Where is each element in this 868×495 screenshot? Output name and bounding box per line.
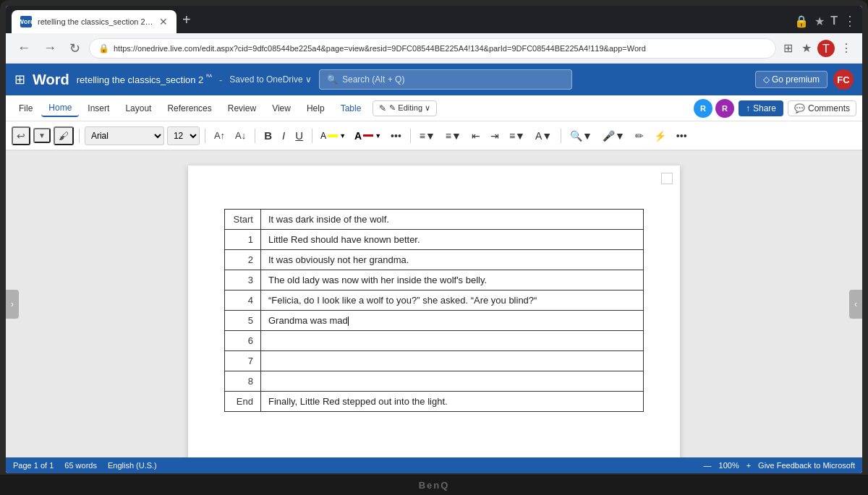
doc-title: retelling the classics_section 2 ᴿᴬ [77,73,212,85]
extensions-button[interactable]: ⊞ [780,38,796,58]
tab-favicon: Word [20,16,32,27]
selection-handle [661,173,673,184]
pencil-icon: ✎ [379,103,386,113]
share-icon: ↑ [746,103,750,113]
increase-font-button[interactable]: A↑ [210,128,229,143]
dictation-button[interactable]: ⚡ [650,128,670,144]
tab-references[interactable]: References [160,100,218,116]
comments-icon: 💬 [794,103,805,113]
decrease-font-button[interactable]: A↓ [231,128,250,143]
row-content[interactable]: “Felicia, do I look like a wolf to you?”… [261,290,644,311]
go-premium-button[interactable]: ◇ Go premium [755,71,827,88]
tab-close-button[interactable]: ✕ [159,16,168,27]
highlight-button[interactable]: A ▼ [318,129,349,142]
font-color-button[interactable]: A ▼ [352,129,384,143]
address-bar[interactable]: 🔒 https://onedrive.live.com/edit.aspx?ci… [89,38,776,59]
browser-tab[interactable]: Word retelling the classics_section 2.d.… [12,10,176,33]
search-icon: 🔍 [327,74,338,85]
new-tab-button[interactable]: + [176,12,197,28]
row-label: 2 [225,250,261,270]
table-row: 3The old lady was now with her inside th… [225,270,644,290]
list-style-button[interactable]: ≡▼ [416,128,439,144]
zoom-decrease-button[interactable]: — [704,461,712,470]
doc-separator: - [219,74,222,85]
more-tools-button[interactable]: ••• [673,128,691,144]
collapse-left-button[interactable]: › [6,290,19,319]
table-row: 6 [225,331,644,351]
tab-help[interactable]: Help [299,100,332,116]
highlight-dropdown[interactable]: ▼ [339,132,346,139]
row-content[interactable]: Grandma was mad [261,311,644,331]
tab-review[interactable]: Review [221,100,263,116]
table-row: StartIt was dark inside of the wolf. [225,210,644,230]
search-placeholder: Search (Alt + Q) [342,74,404,85]
font-color-dropdown[interactable]: ▼ [375,132,381,139]
collapse-right-button[interactable]: ‹ [849,290,862,319]
indent-right-button[interactable]: ⇥ [487,128,503,144]
row-content[interactable] [261,351,644,371]
table-row: EndFinally, Little Red stepped out into … [225,392,644,412]
tab-view[interactable]: View [265,100,298,116]
styles-button[interactable]: A▼ [532,128,556,144]
italic-button[interactable]: I [278,127,289,144]
formatting-toolbar: ↩ ▼ 🖌 Arial 12 A↑ A↓ B I U [6,121,862,150]
row-label: 4 [225,290,261,311]
draw-button[interactable]: ✏ [631,128,647,144]
tab-home[interactable]: Home [41,100,79,117]
menu-ribbon: File Home Insert Layout References Revie… [6,95,862,151]
row-content[interactable]: Little Red should have known better. [261,230,644,250]
indent-left-button[interactable]: ⇤ [468,128,484,144]
monitor: Word retelling the classics_section 2.d.… [0,0,868,495]
share-button[interactable]: ↑ Share [739,100,783,116]
row-content[interactable]: It was obviously not her grandma. [261,250,644,270]
zoom-increase-button[interactable]: + [746,461,751,470]
underline-button[interactable]: U [292,127,307,144]
tab-insert[interactable]: Insert [80,100,116,116]
feedback[interactable]: Give Feedback to Microsoft [758,461,855,470]
account-button[interactable]: T [817,40,835,57]
paragraph-spacing-button[interactable]: ≡▼ [506,128,529,144]
editing-button[interactable]: ✎ ✎ Editing ∨ [373,100,437,116]
table-row: 2It was obviously not her grandma. [225,250,644,270]
tab-table[interactable]: Table [333,100,369,116]
toolbar-separator-6 [561,129,561,143]
avatar[interactable]: FC [833,69,854,90]
doc-area: › StartIt was dark inside of the wolf.1L… [6,151,862,457]
status-bar: Page 1 of 1 65 words English (U.S.) — 10… [6,457,862,473]
bold-button[interactable]: B [260,127,276,144]
table-row: 8 [225,371,644,392]
row-content[interactable]: It was dark inside of the wolf. [261,210,644,230]
bookmark-button[interactable]: ★ [799,38,814,58]
tab-layout[interactable]: Layout [118,100,158,116]
waffle-icon[interactable]: ⊞ [14,72,25,87]
back-button[interactable]: ← [13,38,35,59]
find-replace-button[interactable]: 🔍▼ [566,128,596,144]
more-button[interactable]: ⋮ [838,38,855,58]
people-icons: R R [694,99,734,118]
forward-button[interactable]: → [39,38,61,59]
person-icon-1[interactable]: R [694,99,712,118]
person-icon-2[interactable]: R [715,99,734,118]
toolbar-separator-4 [312,129,312,143]
refresh-button[interactable]: ↻ [65,38,85,59]
browser-nav: ← → ↻ 🔒 https://onedrive.live.com/edit.a… [6,33,862,64]
tab-file[interactable]: File [12,100,40,116]
more-formatting-button[interactable]: ••• [387,128,405,144]
line-spacing-button[interactable]: ≡▼ [442,128,465,144]
undo-button[interactable]: ↩ [12,126,30,145]
row-label: 3 [225,270,261,290]
row-content[interactable]: The old lady was now with her inside the… [261,270,644,290]
doc-scroll[interactable]: StartIt was dark inside of the wolf.1Lit… [6,151,862,457]
row-content[interactable] [261,371,644,392]
format-painter[interactable]: 🖌 [54,126,74,145]
font-size-select[interactable]: 12 [167,126,200,145]
row-content[interactable]: Finally, Little Red stepped out into the… [261,392,644,412]
status-right: — 100% + Give Feedback to Microsoft [704,461,855,470]
font-name-select[interactable]: Arial [85,126,164,145]
undo-dropdown[interactable]: ▼ [33,128,51,143]
comments-button[interactable]: 💬 Comments [788,100,856,116]
row-content[interactable] [261,331,644,351]
voice-button[interactable]: 🎤▼ [599,128,629,144]
ribbon-search[interactable]: 🔍 Search (Alt + Q) [319,69,572,90]
table-row: 1Little Red should have known better. [225,230,644,250]
